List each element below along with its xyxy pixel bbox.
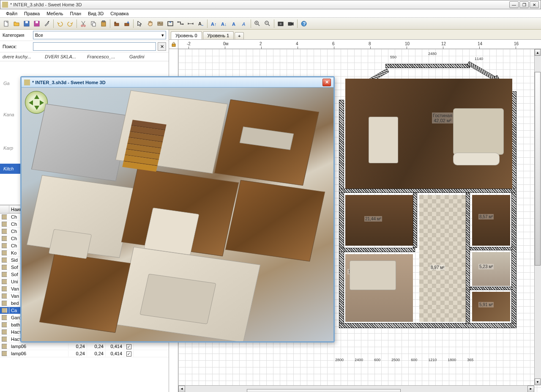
ruler-lock-icon[interactable] [169,40,178,49]
search-input[interactable] [33,42,156,51]
maximize-button[interactable]: ❐ [519,1,529,8]
redo-icon[interactable] [66,19,75,28]
catalog-col-0[interactable]: dvere kuchy... [3,54,41,59]
furniture-thumb-icon [2,315,7,320]
svg-rect-13 [125,23,129,26]
furniture-thumb-icon [2,214,7,219]
decrease-text-icon[interactable]: A↓ [219,19,229,28]
svg-text:A: A [221,22,224,27]
horizontal-scrollbar[interactable]: ◄ ∙∙∙ ► [178,385,534,392]
category-label: Категория [3,33,31,38]
furniture-thumb-icon [2,329,7,334]
scroll-left-button[interactable]: ◄ [178,386,185,392]
visibility-checkbox[interactable]: ✓ [126,344,131,349]
close-button[interactable]: ✕ [530,1,539,8]
svg-rect-4 [36,21,38,23]
table-row[interactable]: lamp060,240,240,414✓ [0,343,169,350]
catalog-col-1[interactable]: DVERI SKLA... [45,54,83,59]
dimension-label: 1800 [447,358,456,362]
zoom-out-icon[interactable] [263,19,272,28]
compass-down-icon[interactable] [34,106,39,112]
svg-rect-11 [115,23,119,26]
furniture-thumb-icon [2,344,7,349]
ruler-tick: 6 [332,41,335,46]
create-photo-icon[interactable] [276,19,285,28]
bold-icon[interactable]: A [230,19,239,28]
scroll-right-button[interactable]: ► [527,386,534,392]
create-text-icon[interactable]: A [196,19,205,28]
furniture-dim: 0,24 [68,351,87,356]
svg-rect-32 [172,44,175,47]
room-area: 5,23 м² [478,264,494,269]
undo-icon[interactable] [55,19,65,28]
save-compress-icon[interactable] [32,19,41,28]
room-area: 5,91 м² [478,302,494,307]
cut-icon[interactable] [79,19,88,28]
add-furniture-icon[interactable] [112,19,121,28]
category-dropdown[interactable]: Все ▾ [33,31,166,39]
menu-furniture[interactable]: Мебель [43,10,66,17]
add-level-button[interactable]: + [235,32,244,39]
preferences-icon[interactable] [42,19,52,28]
table-row[interactable]: lamp060,240,240,414✓ [0,350,169,357]
furniture-thumb-icon [2,286,7,291]
furniture-thumb-icon [2,322,7,327]
furniture-thumb-icon [2,258,7,263]
pan-icon[interactable] [145,19,155,28]
furniture-dim: 0,24 [87,351,106,356]
app-icon [24,79,30,85]
furniture-thumb-icon [2,236,7,241]
furniture-thumb-icon [2,265,7,270]
create-rooms-icon[interactable] [166,19,175,28]
furniture-thumb-icon [2,229,7,234]
select-icon[interactable] [135,19,145,28]
tab-level-0[interactable]: Уровень 0 [171,31,202,39]
dimension-label: 600 [374,358,381,362]
visibility-checkbox[interactable]: ✓ [126,351,131,356]
paste-icon[interactable] [99,19,108,28]
catalog-col-2[interactable]: Francesco_... [87,54,125,59]
create-video-icon[interactable] [286,19,295,28]
menu-plan[interactable]: План [67,10,85,17]
increase-text-icon[interactable]: A↑ [209,19,219,28]
svg-rect-8 [93,23,96,26]
tab-level-1[interactable]: Уровень 1 [203,31,234,39]
3d-view-titlebar[interactable]: * INTER_3.sh3d - Sweet Home 3D ✕ [22,77,333,88]
save-icon[interactable] [22,19,31,28]
menu-3dview[interactable]: Вид 3D [85,10,107,17]
svg-text:A: A [232,22,235,27]
svg-rect-0 [4,21,8,26]
search-reset-button[interactable]: ✕ [158,42,166,51]
italic-icon[interactable]: A [240,19,249,28]
furniture-thumb-icon [2,250,7,255]
furniture-dim: 0,24 [68,343,87,349]
menu-file[interactable]: Файл [3,10,21,17]
help-icon[interactable]: ? [299,19,309,28]
dimension-label: 365 [467,358,474,362]
copy-icon[interactable] [89,19,98,28]
create-dimensions-icon[interactable] [186,19,195,28]
create-polyline-icon[interactable] [176,19,185,28]
3d-view-close-button[interactable]: ✕ [322,79,331,86]
scroll-down-button[interactable]: ▼ [535,378,541,385]
new-file-icon[interactable] [2,19,11,28]
zoom-in-icon[interactable] [253,19,262,28]
scroll-up-button[interactable]: ▲ [535,49,541,56]
app-icon [2,2,8,8]
menu-help[interactable]: Справка [107,10,132,17]
3d-view-canvas[interactable] [22,88,333,341]
catalog-col-3[interactable]: Gardini [129,54,159,59]
search-label: Поиск: [3,44,31,49]
open-icon[interactable] [12,19,21,28]
furniture-dim: 0,414 [106,343,124,349]
minimize-button[interactable]: — [509,1,519,8]
svg-text:A: A [211,22,214,27]
3d-view-window[interactable]: * INTER_3.sh3d - Sweet Home 3D ✕ [20,76,335,343]
create-walls-icon[interactable] [156,19,165,28]
vertical-scrollbar[interactable]: ▲ ▼ [534,49,541,385]
menu-edit[interactable]: Правка [21,10,43,17]
menu-bar: Файл Правка Мебель План Вид 3D Справка [0,9,541,18]
import-furniture-icon[interactable] [122,19,131,28]
compass-up-icon[interactable] [34,92,39,99]
compass-left-icon[interactable] [26,100,33,105]
